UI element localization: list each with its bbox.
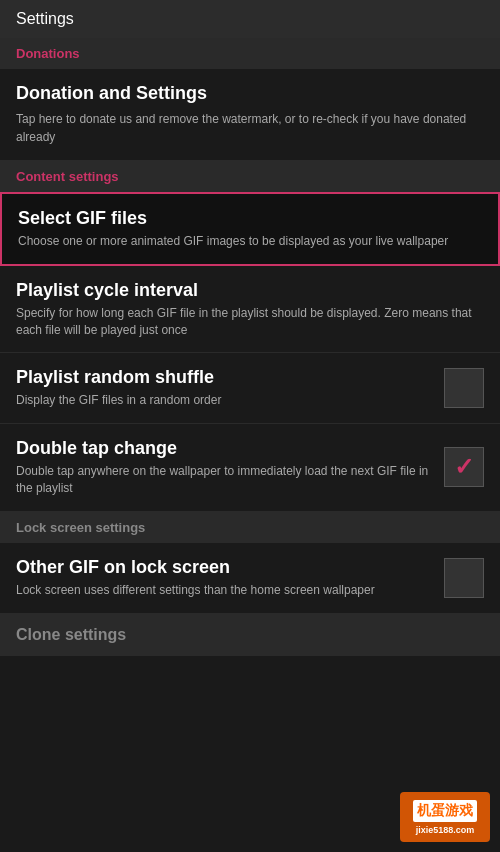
clone-settings-label: Clone settings [16, 626, 126, 643]
watermark-url: jixie5188.com [416, 825, 475, 835]
content-settings-header: Content settings [0, 161, 500, 192]
lock-screen-section-header: Lock screen settings [0, 512, 500, 543]
watermark-content: 机蛋游戏 jixie5188.com [413, 800, 477, 835]
playlist-cycle-title: Playlist cycle interval [16, 280, 474, 301]
double-tap-desc: Double tap anywhere on the wallpaper to … [16, 463, 434, 497]
other-gif-lock-content: Other GIF on lock screen Lock screen use… [16, 557, 444, 599]
double-tap-content: Double tap change Double tap anywhere on… [16, 438, 444, 497]
lock-screen-header-label: Lock screen settings [16, 520, 145, 535]
playlist-cycle-item[interactable]: Playlist cycle interval Specify for how … [0, 266, 500, 354]
donations-header-label: Donations [16, 46, 80, 61]
playlist-cycle-desc: Specify for how long each GIF file in th… [16, 305, 474, 339]
donation-settings-item[interactable]: Donation and Settings Tap here to donate… [0, 69, 500, 161]
playlist-shuffle-title: Playlist random shuffle [16, 367, 434, 388]
checkmark-icon: ✓ [454, 453, 474, 481]
other-gif-lock-item[interactable]: Other GIF on lock screen Lock screen use… [0, 543, 500, 614]
playlist-shuffle-item[interactable]: Playlist random shuffle Display the GIF … [0, 353, 500, 424]
select-gif-title: Select GIF files [18, 208, 472, 229]
double-tap-item[interactable]: Double tap change Double tap anywhere on… [0, 424, 500, 512]
other-gif-lock-title: Other GIF on lock screen [16, 557, 434, 578]
other-gif-lock-desc: Lock screen uses different settings than… [16, 582, 434, 599]
select-gif-content: Select GIF files Choose one or more anim… [18, 208, 482, 250]
title-bar: Settings [0, 0, 500, 38]
content-settings-label: Content settings [16, 169, 119, 184]
playlist-shuffle-content: Playlist random shuffle Display the GIF … [16, 367, 444, 409]
donations-section-header: Donations [0, 38, 500, 69]
playlist-shuffle-desc: Display the GIF files in a random order [16, 392, 434, 409]
title-bar-label: Settings [16, 10, 74, 27]
double-tap-title: Double tap change [16, 438, 434, 459]
playlist-cycle-content: Playlist cycle interval Specify for how … [16, 280, 484, 339]
donation-settings-desc: Tap here to donate us and remove the wat… [16, 110, 484, 146]
watermark: 机蛋游戏 jixie5188.com [400, 792, 490, 842]
watermark-logo: 机蛋游戏 [413, 800, 477, 822]
select-gif-item[interactable]: Select GIF files Choose one or more anim… [0, 192, 500, 266]
other-gif-lock-checkbox[interactable] [444, 558, 484, 598]
clone-settings-header: Clone settings [0, 614, 500, 656]
donation-settings-title: Donation and Settings [16, 83, 484, 104]
double-tap-checkbox[interactable]: ✓ [444, 447, 484, 487]
playlist-shuffle-checkbox[interactable] [444, 368, 484, 408]
select-gif-desc: Choose one or more animated GIF images t… [18, 233, 472, 250]
